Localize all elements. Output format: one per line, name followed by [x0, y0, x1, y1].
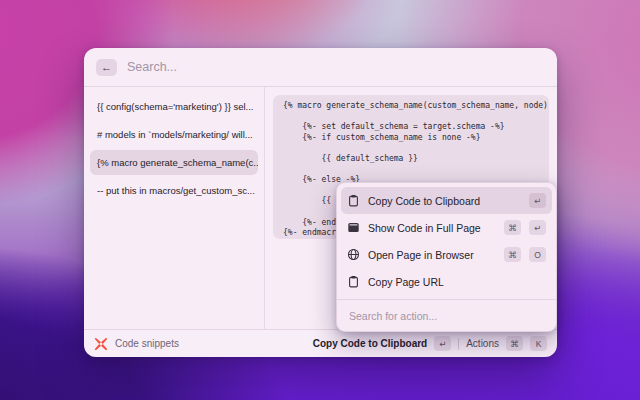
- list-item[interactable]: -- put this in macros/get_custom_sc...: [90, 178, 258, 203]
- search-input[interactable]: [127, 60, 545, 74]
- list-item[interactable]: # models in `models/marketing/ will...: [90, 122, 258, 147]
- action-search-input[interactable]: [349, 310, 544, 322]
- extension-logo-icon: [94, 337, 108, 351]
- menu-item-label: Show Code in Full Page: [368, 222, 496, 234]
- status-separator: [458, 338, 459, 350]
- list-item-selected[interactable]: {% macro generate_schema_name(c...: [90, 150, 258, 175]
- enter-key-badge: ↵: [529, 193, 546, 208]
- search-bar: ←: [84, 48, 557, 86]
- primary-action-button[interactable]: Copy Code to Clipboard: [313, 338, 427, 349]
- menu-item-label: Copy Code to Clipboard: [368, 195, 521, 207]
- menu-item-label: Open Page in Browser: [368, 249, 496, 261]
- menu-item-copy-url[interactable]: Copy Page URL: [341, 268, 552, 295]
- menu-item-copy-code[interactable]: Copy Code to Clipboard ↵: [341, 187, 552, 214]
- menu-item-label: Copy Page URL: [368, 276, 546, 288]
- back-button[interactable]: ←: [96, 59, 117, 76]
- cmd-key-badge: ⌘: [504, 220, 521, 235]
- list-item-label: {% macro generate_schema_name(c...: [97, 157, 258, 168]
- app-name: Code snippets: [115, 338, 179, 349]
- globe-icon: [347, 248, 360, 261]
- status-bar: Code snippets Copy Code to Clipboard ↵ A…: [84, 330, 557, 357]
- list-item-label: -- put this in macros/get_custom_sc...: [97, 185, 255, 196]
- k-key-badge: K: [530, 336, 547, 351]
- clipboard-icon: [347, 275, 360, 288]
- cmd-key-badge: ⌘: [504, 247, 521, 262]
- clipboard-icon: [347, 194, 360, 207]
- cmd-key-badge: ⌘: [506, 336, 523, 351]
- actions-menu: Copy Code to Clipboard ↵ Show Code in Fu…: [336, 182, 557, 332]
- arrow-left-icon: ←: [101, 61, 112, 73]
- menu-item-open-browser[interactable]: Open Page in Browser ⌘ O: [341, 241, 552, 268]
- action-search: [337, 300, 556, 331]
- enter-key-badge: ↵: [434, 336, 451, 351]
- list-item-label: # models in `models/marketing/ will...: [97, 129, 253, 140]
- app-window-icon: [347, 221, 360, 234]
- snippet-list: {{ config(schema='marketing') }} sel... …: [84, 87, 264, 329]
- actions-button[interactable]: Actions: [466, 338, 499, 349]
- list-item[interactable]: {{ config(schema='marketing') }} sel...: [90, 94, 258, 119]
- list-item-label: {{ config(schema='marketing') }} sel...: [97, 101, 254, 112]
- actions-menu-rows: Copy Code to Clipboard ↵ Show Code in Fu…: [337, 183, 556, 299]
- o-key-badge: O: [529, 247, 546, 262]
- enter-key-badge: ↵: [529, 220, 546, 235]
- menu-item-show-full-page[interactable]: Show Code in Full Page ⌘ ↵: [341, 214, 552, 241]
